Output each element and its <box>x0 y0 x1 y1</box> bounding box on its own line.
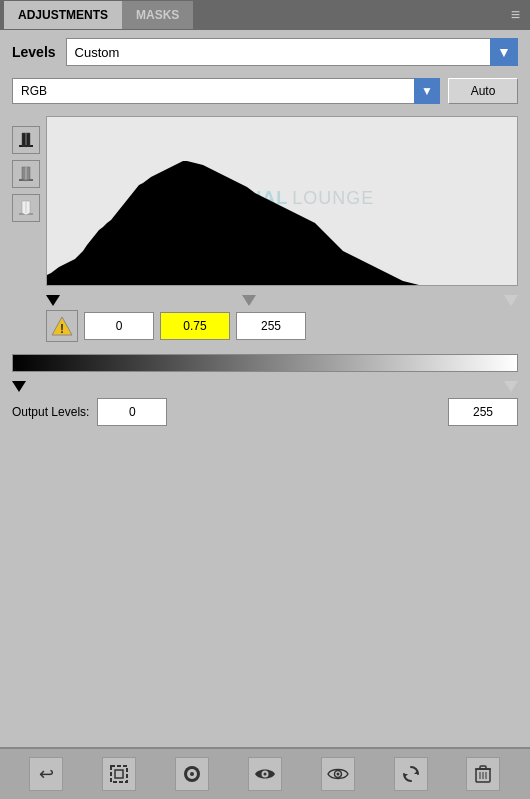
svg-rect-11 <box>111 766 127 782</box>
svg-rect-12 <box>115 770 123 778</box>
black-input-slider[interactable] <box>46 295 60 306</box>
gray-point-eyedropper[interactable] <box>12 160 40 188</box>
levels-row: Levels Custom Default ▼ <box>12 38 518 66</box>
black-output-slider[interactable] <box>12 381 26 392</box>
bottom-toolbar: ↩ <box>0 747 530 799</box>
histogram-canvas: TUTORIAL LOUNGE <box>46 116 518 286</box>
back-icon: ↩ <box>39 763 54 785</box>
adjustments-panel: ADJUSTMENTS MASKS ≡ Levels Custom Defaul… <box>0 0 530 799</box>
channel-dropdown[interactable]: RGB Red Green Blue <box>12 78 440 104</box>
eyedropper-tools <box>12 116 40 222</box>
levels-label: Levels <box>12 44 56 60</box>
eye2-icon <box>327 766 349 782</box>
histogram-area: TUTORIAL LOUNGE <box>12 116 518 342</box>
white-input-value[interactable] <box>236 312 306 340</box>
svg-rect-24 <box>480 766 486 769</box>
output-slider-row <box>12 374 518 392</box>
output-levels-label: Output Levels: <box>12 405 89 419</box>
refresh-button[interactable] <box>394 757 428 791</box>
output-black-value[interactable] <box>97 398 167 426</box>
svg-point-17 <box>263 773 266 776</box>
eye2-button[interactable] <box>321 757 355 791</box>
output-gradient-bar <box>12 354 518 372</box>
circle-icon <box>182 764 202 784</box>
back-button[interactable]: ↩ <box>29 757 63 791</box>
white-output-slider[interactable] <box>504 381 518 392</box>
select-button[interactable] <box>102 757 136 791</box>
svg-point-15 <box>190 772 194 776</box>
histogram-svg <box>47 155 427 285</box>
white-input-slider[interactable] <box>504 295 518 306</box>
gamma-input-slider[interactable] <box>242 295 256 306</box>
input-values-row: ! <box>46 310 518 342</box>
gamma-input-value[interactable] <box>160 312 230 340</box>
circle-button[interactable] <box>175 757 209 791</box>
tab-adjustments[interactable]: ADJUSTMENTS <box>4 1 122 29</box>
panel-header: ADJUSTMENTS MASKS ≡ <box>0 0 530 30</box>
output-values-row: Output Levels: <box>12 398 518 426</box>
channel-row: RGB Red Green Blue ▼ Auto <box>12 78 518 104</box>
select-icon <box>109 764 129 784</box>
output-section: Output Levels: <box>12 354 518 426</box>
tab-masks[interactable]: MASKS <box>122 1 193 29</box>
input-slider-row <box>46 288 518 306</box>
auto-button[interactable]: Auto <box>448 78 518 104</box>
preset-dropdown-container: Custom Default ▼ <box>66 38 518 66</box>
eye-button[interactable] <box>248 757 282 791</box>
black-point-eyedropper[interactable] <box>12 126 40 154</box>
warning-icon[interactable]: ! <box>46 310 78 342</box>
svg-point-19 <box>336 773 339 776</box>
panel-body: Levels Custom Default ▼ RGB Red Green Bl… <box>0 30 530 747</box>
svg-text:!: ! <box>60 322 64 336</box>
preset-dropdown[interactable]: Custom Default <box>66 38 518 66</box>
trash-button[interactable] <box>466 757 500 791</box>
black-input-value[interactable] <box>84 312 154 340</box>
refresh-icon <box>401 764 421 784</box>
output-white-value[interactable] <box>448 398 518 426</box>
white-point-eyedropper[interactable] <box>12 194 40 222</box>
channel-dropdown-container: RGB Red Green Blue ▼ <box>12 78 440 104</box>
trash-icon <box>474 764 492 784</box>
eye-icon <box>254 766 276 782</box>
panel-menu-icon[interactable]: ≡ <box>505 2 526 28</box>
histogram-wrapper: TUTORIAL LOUNGE <box>46 116 518 342</box>
